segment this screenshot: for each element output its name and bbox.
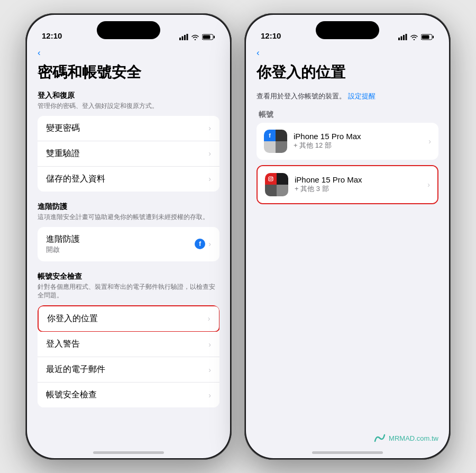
facebook-account-sub: + 其他 12 部 — [294, 141, 422, 150]
instagram-account-icon — [265, 173, 288, 196]
menu-item-label-login-alert: 登入警告 — [46, 339, 80, 350]
watermark: MRMAD.com.tw — [374, 434, 438, 442]
menu-item-label-login-location: 你登入的位置 — [47, 313, 98, 324]
chevron-saved-login: › — [208, 175, 211, 183]
account-card-facebook: f iPhone 15 Pro Max + 其他 12 部 › — [257, 123, 438, 160]
back-button-left[interactable]: ‹ — [38, 48, 219, 58]
instagram-account-text: iPhone 15 Pro Max + 其他 3 部 — [295, 175, 421, 194]
light-cell-1 — [264, 141, 276, 153]
section1-label: 登入和復原 — [38, 91, 219, 101]
status-icons-right — [398, 34, 434, 40]
svg-rect-10 — [406, 34, 407, 40]
ig-red-cell — [265, 173, 277, 185]
advanced-protection-label: 進階防護 — [46, 234, 80, 245]
back-chevron-right: ‹ — [257, 48, 260, 58]
chevron-facebook-account: › — [428, 137, 431, 145]
menu-item-label-recent-email: 最近的電子郵件 — [46, 364, 105, 375]
chevron-account-check: › — [208, 391, 211, 399]
account-item-instagram[interactable]: iPhone 15 Pro Max + 其他 3 部 › — [258, 166, 437, 203]
chevron-login-alert: › — [208, 340, 211, 349]
menu-group-2: 進階防護 開啟 f › — [38, 227, 219, 261]
ig-logo-mini — [268, 176, 273, 181]
section2-label: 進階防護 — [38, 202, 219, 212]
battery-icon-right — [421, 34, 434, 40]
home-indicator-right — [312, 451, 383, 454]
wifi-icon-right — [410, 34, 418, 40]
home-indicator-left — [93, 451, 164, 454]
menu-item-change-password[interactable]: 變更密碼 › — [38, 116, 219, 141]
back-button-right[interactable]: ‹ — [257, 48, 438, 58]
account-item-facebook[interactable]: f iPhone 15 Pro Max + 其他 12 部 › — [257, 123, 438, 160]
advanced-protection-text: 進階防護 開啟 — [46, 234, 80, 254]
watermark-text: MRMAD.com.tw — [389, 434, 438, 442]
svg-rect-0 — [179, 38, 181, 40]
svg-rect-9 — [403, 35, 405, 40]
status-icons-left — [179, 34, 215, 40]
menu-item-advanced-protection[interactable]: 進階防護 開啟 f › — [38, 227, 219, 261]
menu-item-recent-email[interactable]: 最近的電子郵件 › — [38, 357, 219, 383]
ig-mid-cell — [265, 185, 277, 196]
menu-group-1: 變更密碼 › 雙重驗證 › 儲存的登入資料 › — [38, 116, 219, 192]
chevron-recent-email: › — [208, 366, 211, 374]
battery-icon-left — [202, 34, 215, 40]
fb-cell: f — [264, 130, 276, 141]
section2-desc: 這項進階安全計畫可協助避免你的帳號遭到未經授權的存取。 — [38, 213, 219, 222]
signal-icon-right — [398, 34, 407, 40]
menu-item-account-check[interactable]: 帳號安全檢查 › — [38, 383, 219, 407]
svg-rect-6 — [203, 35, 210, 39]
section3-label: 帳號安全檢查 — [38, 272, 219, 281]
right-phone-screen: 12:10 — [246, 15, 449, 458]
dynamic-island-right — [316, 21, 379, 39]
menu-group-3: 你登入的位置 › 登入警告 › 最近的電子郵件 › 帳號安全檢查 › — [38, 305, 219, 407]
reminder-link[interactable]: 設定提醒 — [348, 92, 376, 100]
svg-rect-8 — [401, 37, 402, 41]
chevron-advanced: › — [208, 240, 211, 248]
svg-rect-13 — [422, 35, 429, 39]
facebook-account-name: iPhone 15 Pro Max — [294, 132, 422, 141]
wifi-icon-left — [191, 34, 199, 40]
menu-item-login-location[interactable]: 你登入的位置 › — [38, 305, 219, 332]
svg-rect-5 — [214, 36, 215, 39]
chevron-2fa: › — [208, 149, 211, 158]
right-desc: 查看用於登入你帳號的裝置。 設定提醒 — [257, 91, 438, 102]
chevron-login-location: › — [208, 314, 210, 323]
ig-light-cell — [277, 185, 288, 196]
menu-item-label-2fa: 雙重驗證 — [46, 148, 80, 159]
left-phone-screen: 12:10 — [27, 15, 230, 458]
menu-item-label-saved-login: 儲存的登入資料 — [46, 174, 105, 185]
facebook-account-text: iPhone 15 Pro Max + 其他 12 部 — [294, 132, 422, 150]
signal-icon-left — [179, 34, 188, 40]
advanced-protection-right: f › — [195, 239, 211, 249]
dark-cell-1 — [276, 130, 287, 141]
menu-item-label-account-check: 帳號安全檢查 — [46, 389, 97, 401]
menu-item-saved-login[interactable]: 儲存的登入資料 › — [38, 167, 219, 192]
svg-point-15 — [270, 178, 272, 180]
section-accounts-label: 帳號 — [257, 110, 438, 120]
menu-item-login-alert[interactable]: 登入警告 › — [38, 332, 219, 357]
mid-cell-1 — [276, 141, 287, 153]
svg-rect-2 — [184, 35, 186, 40]
facebook-account-icon: f — [264, 130, 287, 153]
left-page-title: 密碼和帳號安全 — [38, 62, 219, 83]
svg-rect-7 — [398, 38, 400, 40]
ig-dark-cell — [277, 173, 288, 185]
svg-rect-3 — [187, 34, 188, 40]
menu-item-label-change-password: 變更密碼 — [46, 123, 80, 134]
instagram-account-sub: + 其他 3 部 — [295, 184, 421, 194]
svg-rect-1 — [182, 37, 184, 41]
left-phone: 12:10 — [25, 13, 232, 460]
section3-desc: 針對各個應用程式、裝置和寄出的電子郵件執行驗證，以檢查安全問題。 — [38, 283, 219, 301]
svg-point-16 — [272, 177, 272, 177]
mrmad-logo-icon — [374, 434, 386, 442]
instagram-account-name: iPhone 15 Pro Max — [295, 175, 421, 184]
dynamic-island-left — [97, 21, 160, 39]
account-card-instagram-highlighted: iPhone 15 Pro Max + 其他 3 部 › — [257, 165, 438, 204]
right-page-title: 你登入的位置 — [257, 62, 438, 83]
chevron-instagram-account: › — [427, 180, 430, 189]
facebook-icon-small: f — [195, 239, 205, 249]
right-phone: 12:10 — [244, 13, 451, 460]
chevron-change-password: › — [208, 124, 211, 132]
right-screen-content: ‹ 你登入的位置 查看用於登入你帳號的裝置。 設定提醒 帳號 f — [246, 43, 449, 458]
menu-item-2fa[interactable]: 雙重驗證 › — [38, 141, 219, 167]
left-screen-content: ‹ 密碼和帳號安全 登入和復原 管理你的密碼、登入個好設定和復原方式。 變更密碼… — [27, 43, 230, 458]
